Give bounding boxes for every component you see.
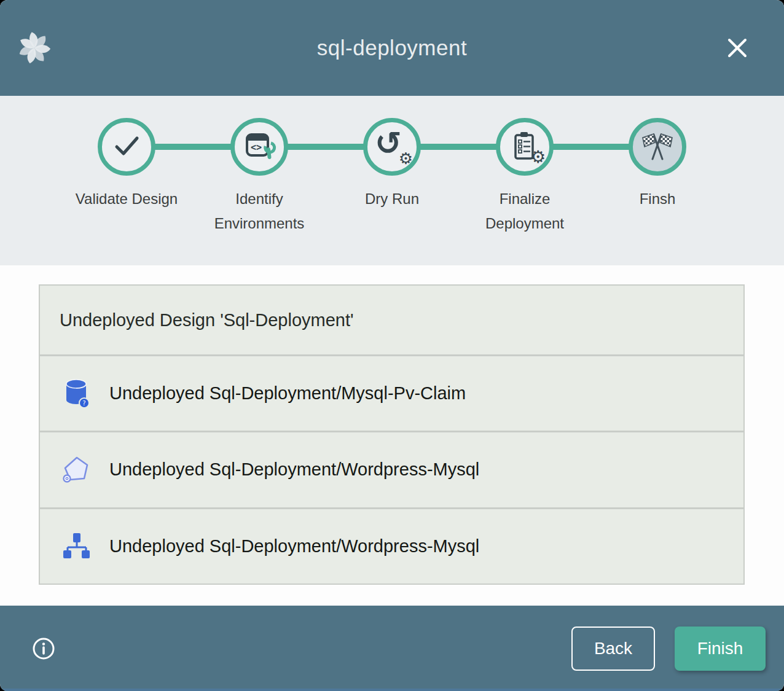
info-icon <box>32 653 55 662</box>
step-finalize-deployment: ⚙ Finalize Deployment <box>458 118 591 236</box>
database-icon: ? <box>61 377 91 410</box>
svg-text:<>: <> <box>251 142 262 153</box>
step-label: Finsh <box>640 187 676 211</box>
clipboard-gear-icon: ⚙ <box>509 130 541 163</box>
result-row-wordpress-mysql-pod: Undeployed Sql-Deployment/Wordpress-Mysq… <box>40 432 743 507</box>
step-validate-design: Validate Design <box>60 118 193 236</box>
step-label: Identify Environments <box>201 187 318 236</box>
result-row-wordpress-mysql-service: Undeployed Sql-Deployment/Wordpress-Mysq… <box>40 509 743 584</box>
dialog-header: sql-deployment <box>0 0 784 96</box>
results-list: Undeployed Design 'Sql-Deployment' ? Und… <box>39 284 745 585</box>
back-button[interactable]: Back <box>571 627 655 671</box>
stepper: Validate Design <> Identify Environme <box>0 96 784 265</box>
step-finish: Finsh <box>591 118 724 236</box>
code-window-wrench-icon: <> <box>242 128 276 165</box>
step-label: Finalize Deployment <box>466 187 583 236</box>
step-circle-active <box>629 118 686 176</box>
step-dry-run: ↺ ⚙ Dry Run <box>326 118 458 236</box>
checkmark-icon <box>109 128 144 165</box>
step-circle: <> <box>230 118 288 176</box>
results-panel: Undeployed Design 'Sql-Deployment' ? Und… <box>0 265 784 606</box>
dialog-footer: Back Finish <box>0 606 784 691</box>
footer-actions: Back Finish <box>571 627 766 671</box>
results-heading: Undeployed Design 'Sql-Deployment' <box>40 286 743 354</box>
result-text: Undeployed Sql-Deployment/Mysql-Pv-Claim <box>109 383 466 404</box>
bottom-edge-strip <box>0 689 784 691</box>
close-button[interactable] <box>724 34 751 61</box>
close-icon <box>724 54 751 63</box>
dialog-title: sql-deployment <box>0 0 784 96</box>
pod-icon <box>61 453 91 486</box>
deployment-wizard-dialog: sql-deployment Vali <box>0 0 784 691</box>
refresh-gear-icon: ↺ ⚙ <box>374 128 410 165</box>
info-button[interactable] <box>32 637 55 660</box>
step-identify-environments: <> Identify Environments <box>193 118 326 236</box>
step-circle: ⚙ <box>496 118 554 176</box>
step-label: Dry Run <box>365 187 419 211</box>
svg-text:?: ? <box>82 400 85 407</box>
step-label: Validate Design <box>76 187 178 211</box>
step-circle <box>98 118 155 176</box>
finish-button[interactable]: Finish <box>675 627 766 671</box>
checkered-flags-icon <box>639 127 676 166</box>
result-text: Undeployed Sql-Deployment/Wordpress-Mysq… <box>109 459 479 480</box>
result-text: Undeployed Sql-Deployment/Wordpress-Mysq… <box>109 536 479 556</box>
result-row-pv-claim: ? Undeployed Sql-Deployment/Mysql-Pv-Cla… <box>40 356 743 431</box>
topology-icon <box>61 529 91 563</box>
step-circle: ↺ ⚙ <box>363 118 421 176</box>
